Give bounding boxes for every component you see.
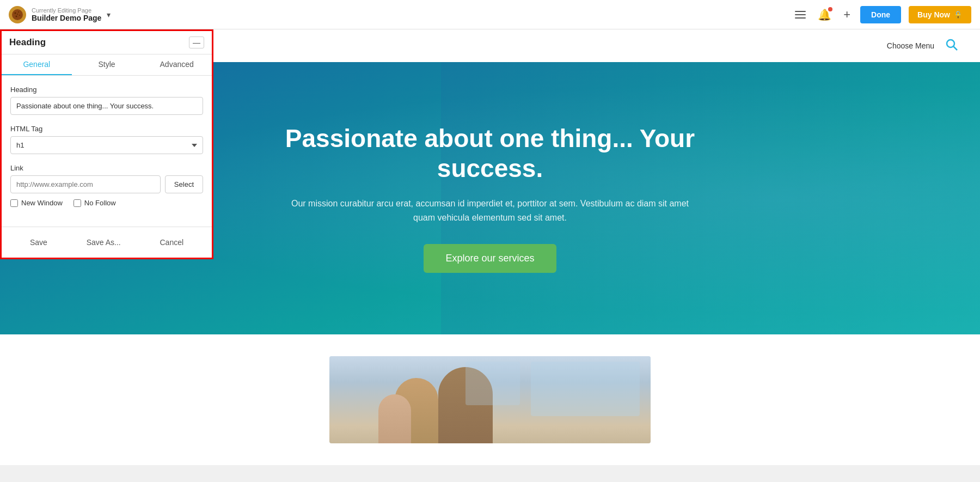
svg-point-3 (16, 15, 17, 17)
notification-button[interactable]: 🔔 (816, 6, 834, 23)
link-field-label: Link (10, 164, 203, 172)
link-select-button[interactable]: Select (165, 175, 203, 193)
panel-title: Heading (9, 37, 46, 48)
hero-cta-button[interactable]: Explore our services (424, 244, 556, 273)
image-bg (329, 356, 651, 443)
cancel-button[interactable]: Cancel (152, 235, 192, 250)
add-button[interactable]: + (841, 5, 853, 24)
main-layout: Heading — General Style Advanced Heading (0, 29, 980, 465)
bg-window-2 (465, 362, 520, 405)
top-bar: Currently Editing Page Builder Demo Page… (0, 0, 980, 29)
panel-tabs: General Style Advanced (2, 54, 212, 76)
heading-field-label: Heading (10, 86, 203, 94)
svg-point-5 (17, 14, 18, 15)
lock-icon: 🔒 (953, 10, 963, 19)
hamburger-icon (795, 11, 806, 19)
panel-header: Heading — (2, 31, 212, 54)
link-input-group: Select (10, 175, 203, 193)
choose-menu-link[interactable]: Choose Menu (887, 41, 934, 50)
buy-now-label: Buy Now (917, 10, 950, 19)
panel-close-button[interactable]: — (189, 36, 204, 48)
buy-now-button[interactable]: Buy Now 🔒 (909, 6, 971, 23)
heading-panel: Heading — General Style Advanced Heading (0, 29, 213, 259)
bg-window (531, 362, 640, 416)
page-dropdown-arrow[interactable]: ▾ (107, 10, 111, 19)
save-as-button[interactable]: Save As... (79, 235, 128, 250)
person-silhouette-3 (378, 394, 411, 443)
bottom-section (0, 334, 980, 465)
heading-input[interactable] (10, 97, 203, 115)
svg-line-7 (954, 46, 958, 50)
editing-page: Builder Demo Page (32, 14, 101, 22)
hero-subtitle: Our mission curabitur arcu erat, accumsa… (283, 197, 697, 224)
people-image (329, 356, 651, 443)
link-options-row: New Window No Follow (10, 199, 203, 207)
tab-style[interactable]: Style (72, 54, 142, 75)
new-window-checkbox-label[interactable]: New Window (10, 199, 63, 207)
html-tag-field-label: HTML Tag (10, 125, 203, 133)
done-button[interactable]: Done (860, 6, 901, 23)
search-icon[interactable] (945, 38, 958, 54)
svg-point-2 (18, 11, 19, 13)
editing-info: Currently Editing Page Builder Demo Page (32, 7, 101, 22)
save-button[interactable]: Save (22, 235, 55, 250)
top-bar-right: 🔔 + Done Buy Now 🔒 (793, 5, 971, 24)
heading-field-group: Heading (10, 86, 203, 115)
link-input[interactable] (10, 175, 161, 193)
no-follow-checkbox[interactable] (74, 199, 81, 207)
svg-point-4 (19, 15, 20, 16)
top-bar-left: Currently Editing Page Builder Demo Page… (9, 6, 111, 23)
hero-content: Passionate about one thing... Your succe… (272, 102, 708, 295)
html-tag-field-group: HTML Tag h1 h2 h3 h4 h5 h6 p div (10, 125, 203, 154)
html-tag-select[interactable]: h1 h2 h3 h4 h5 h6 p div (10, 136, 203, 154)
panel-footer: Save Save As... Cancel (2, 227, 212, 258)
site-logo (9, 6, 26, 23)
editing-label: Currently Editing Page (32, 7, 101, 14)
link-field-group: Link Select New Window No Follow (10, 164, 203, 207)
svg-point-6 (947, 40, 954, 47)
svg-point-1 (15, 12, 16, 14)
menu-lines-button[interactable] (793, 9, 808, 21)
tab-general[interactable]: General (2, 54, 72, 75)
minimize-icon: — (193, 38, 200, 47)
tab-advanced[interactable]: Advanced (142, 54, 212, 75)
panel-body: Heading HTML Tag h1 h2 h3 h4 h5 h6 p div (2, 76, 212, 227)
hero-title: Passionate about one thing... Your succe… (283, 124, 697, 184)
no-follow-checkbox-label[interactable]: No Follow (74, 199, 116, 207)
new-window-checkbox[interactable] (10, 199, 18, 207)
notification-dot (828, 7, 832, 11)
